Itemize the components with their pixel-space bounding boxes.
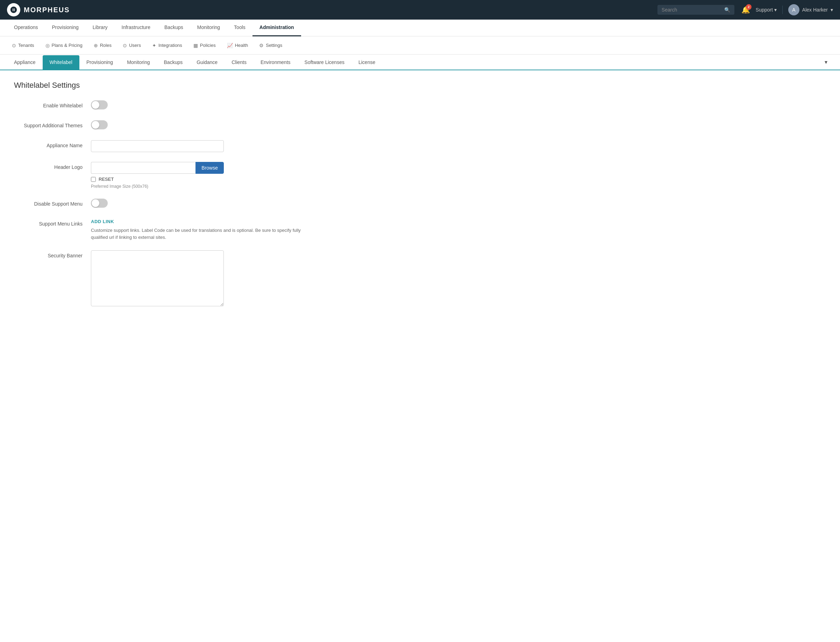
enable-whitelabel-row: Enable Whitelabel xyxy=(14,101,329,110)
enable-whitelabel-toggle[interactable] xyxy=(91,101,108,109)
security-banner-textarea[interactable] xyxy=(91,250,224,306)
subnav-users[interactable]: ⊙ Users xyxy=(118,41,146,50)
roles-icon: ⊕ xyxy=(94,43,98,48)
tab-software-licenses[interactable]: Software Licenses xyxy=(298,55,352,70)
nav-divider xyxy=(782,6,783,14)
tab-guidance[interactable]: Guidance xyxy=(190,55,224,70)
nav-item-administration[interactable]: Administration xyxy=(253,19,301,36)
search-input[interactable] xyxy=(662,7,722,13)
nav-item-backups[interactable]: Backups xyxy=(157,19,190,36)
reset-row: RESET xyxy=(91,177,329,182)
tab-environments[interactable]: Environments xyxy=(253,55,298,70)
subnav-roles[interactable]: ⊕ Roles xyxy=(89,41,117,50)
support-themes-row: Support Additional Themes xyxy=(14,120,329,130)
header-logo-label: Header Logo xyxy=(14,162,91,171)
subnav-policies[interactable]: ▦ Policies xyxy=(188,41,221,50)
health-icon: 📈 xyxy=(227,43,233,48)
subnav-settings[interactable]: ⚙ Settings xyxy=(254,41,287,50)
tab-monitoring[interactable]: Monitoring xyxy=(120,55,157,70)
search-icon: 🔍 xyxy=(724,7,730,13)
avatar: A xyxy=(788,4,799,15)
tab-license[interactable]: License xyxy=(352,55,382,70)
tabs-more-button[interactable]: ▾ xyxy=(819,55,833,70)
security-banner-control xyxy=(91,250,329,307)
enable-whitelabel-control xyxy=(91,101,329,110)
disable-support-toggle[interactable] xyxy=(91,199,108,208)
support-themes-control xyxy=(91,120,329,130)
appliance-name-control xyxy=(91,140,329,152)
main-navigation: Operations Provisioning Library Infrastr… xyxy=(0,19,840,36)
policies-icon: ▦ xyxy=(193,43,198,48)
support-links-label: Support Menu Links xyxy=(14,219,91,228)
settings-tabs: Appliance Whitelabel Provisioning Monito… xyxy=(0,55,840,70)
subnav-health[interactable]: 📈 Health xyxy=(222,41,253,50)
page-title: Whitelabel Settings xyxy=(14,81,826,90)
tab-appliance[interactable]: Appliance xyxy=(7,55,43,70)
disable-support-control xyxy=(91,199,329,209)
tab-provisioning[interactable]: Provisioning xyxy=(79,55,120,70)
sub-navigation: ⊙ Tenants ◎ Plans & Pricing ⊕ Roles ⊙ Us… xyxy=(0,36,840,55)
support-links-row: Support Menu Links ADD LINK Customize su… xyxy=(14,219,329,241)
support-button[interactable]: Support ▾ xyxy=(756,7,777,13)
support-chevron-icon: ▾ xyxy=(774,7,777,13)
logo-icon xyxy=(7,3,20,16)
nav-right: 🔔 2 Support ▾ A Alex Harker ▾ xyxy=(741,4,833,15)
tab-backups[interactable]: Backups xyxy=(157,55,190,70)
nav-item-library[interactable]: Library xyxy=(86,19,115,36)
support-themes-label: Support Additional Themes xyxy=(14,120,91,130)
plans-icon: ◎ xyxy=(45,43,50,48)
appliance-name-row: Appliance Name xyxy=(14,140,329,152)
tab-whitelabel[interactable]: Whitelabel xyxy=(43,55,79,70)
appliance-name-label: Appliance Name xyxy=(14,140,91,149)
tenants-icon: ⊙ xyxy=(12,43,16,48)
appliance-name-input[interactable] xyxy=(91,140,224,152)
user-name: Alex Harker xyxy=(802,7,828,13)
notification-badge: 2 xyxy=(746,4,751,10)
nav-item-monitoring[interactable]: Monitoring xyxy=(190,19,227,36)
user-chevron-icon: ▾ xyxy=(830,7,833,13)
header-logo-input[interactable] xyxy=(91,162,196,174)
nav-item-provisioning[interactable]: Provisioning xyxy=(45,19,85,36)
subnav-tenants[interactable]: ⊙ Tenants xyxy=(7,41,39,50)
users-icon: ⊙ xyxy=(123,43,127,48)
support-links-control: ADD LINK Customize support links. Label … xyxy=(91,219,329,241)
tab-clients[interactable]: Clients xyxy=(224,55,253,70)
nav-item-tools[interactable]: Tools xyxy=(227,19,253,36)
disable-support-label: Disable Support Menu xyxy=(14,199,91,208)
browse-button[interactable]: Browse xyxy=(196,162,224,174)
top-navigation: MORPHEUS 🔍 🔔 2 Support ▾ A Alex Harker ▾ xyxy=(0,0,840,19)
support-themes-toggle[interactable] xyxy=(91,120,108,130)
disable-support-row: Disable Support Menu xyxy=(14,199,329,209)
notifications-button[interactable]: 🔔 2 xyxy=(741,6,750,14)
user-menu[interactable]: A Alex Harker ▾ xyxy=(788,4,833,15)
integrations-icon: ✦ xyxy=(152,43,156,48)
logo-area: MORPHEUS xyxy=(7,3,70,16)
app-name: MORPHEUS xyxy=(24,6,70,14)
header-logo-control: Browse RESET Preferred Image Size (500x7… xyxy=(91,162,329,189)
security-banner-label: Security Banner xyxy=(14,250,91,259)
file-input-row: Browse xyxy=(91,162,224,174)
page-content: Whitelabel Settings Enable Whitelabel Su… xyxy=(0,70,840,327)
support-label: Support xyxy=(756,7,773,13)
settings-icon: ⚙ xyxy=(259,43,264,48)
support-links-description: Customize support links. Label Code can … xyxy=(91,227,301,241)
enable-whitelabel-label: Enable Whitelabel xyxy=(14,101,91,109)
nav-item-operations[interactable]: Operations xyxy=(7,19,45,36)
search-bar[interactable]: 🔍 xyxy=(657,5,735,15)
nav-item-infrastructure[interactable]: Infrastructure xyxy=(115,19,157,36)
security-banner-row: Security Banner xyxy=(14,250,329,307)
preferred-size-hint: Preferred Image Size (500x76) xyxy=(91,184,329,189)
header-logo-row: Header Logo Browse RESET Preferred Image… xyxy=(14,162,329,189)
reset-label: RESET xyxy=(99,177,114,182)
subnav-plans-pricing[interactable]: ◎ Plans & Pricing xyxy=(41,41,88,50)
subnav-integrations[interactable]: ✦ Integrations xyxy=(147,41,187,50)
add-link-button[interactable]: ADD LINK xyxy=(91,219,114,224)
reset-checkbox[interactable] xyxy=(91,177,96,182)
